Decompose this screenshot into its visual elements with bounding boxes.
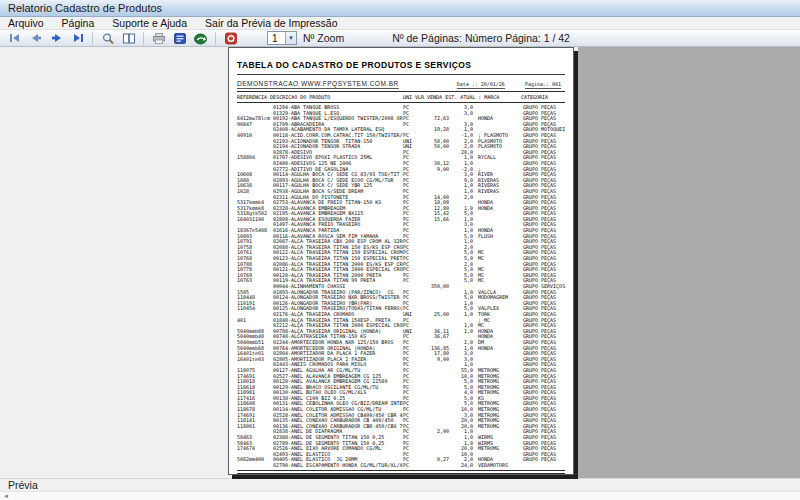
- pages-label: Nº de Páginas: Número Página: 1 / 42: [392, 32, 570, 44]
- divider: [237, 102, 565, 103]
- divider: [237, 74, 565, 75]
- horizontal-scrollbar[interactable]: ◄: [0, 491, 800, 500]
- report-end-line: [237, 470, 565, 474]
- toolbar-separator: [215, 32, 216, 45]
- print-icon: [152, 32, 166, 45]
- first-page-button[interactable]: [4, 31, 25, 46]
- print-preview-area: TABELA DO CADASTRO DE PRODUTOS E SERVIÇO…: [0, 47, 800, 478]
- toolbar-separator: [143, 32, 144, 45]
- divider: [237, 91, 565, 92]
- zoom-label: Nº Zoom: [303, 32, 344, 44]
- print-button[interactable]: [148, 31, 169, 46]
- menu-pagina[interactable]: Página: [62, 17, 95, 29]
- toolbar-separator: [92, 32, 93, 45]
- prev-page-icon: [29, 32, 43, 44]
- column-header-left: REFERENCIA DESCRICAO DO PRODUTO: [237, 94, 403, 100]
- last-page-button[interactable]: [67, 31, 88, 46]
- zoom-select[interactable]: 1 ▼: [267, 31, 297, 45]
- table-header: REFERENCIA DESCRICAO DO PRODUTO UNI VLR …: [237, 94, 565, 100]
- dropdown-arrow-icon[interactable]: ▼: [285, 32, 296, 44]
- report-title: TABELA DO CADASTRO DE PRODUTOS E SERVIÇO…: [237, 60, 565, 70]
- last-page-icon: [71, 32, 85, 44]
- menu-suporte-e-ajuda[interactable]: Suporte e Ajuda: [112, 17, 187, 29]
- two-page-view-icon: [122, 32, 136, 45]
- scroll-left-icon[interactable]: ◄: [0, 492, 12, 500]
- window-title: Relatorio Cadastro de Produtos: [8, 2, 162, 14]
- print-setup-button[interactable]: [169, 31, 190, 46]
- menu-bar: Arquivo Página Suporte e Ajuda Sair da P…: [0, 17, 800, 30]
- column-header-right: CATEGORIA: [521, 94, 565, 100]
- report-meta: DEMONSTRACAO WWW.FPQSYSTEM.COM.BR Data .…: [237, 80, 565, 89]
- next-page-button[interactable]: [46, 31, 67, 46]
- report-page: TABELA DO CADASTRO DE PRODUTOS E SERVIÇO…: [228, 47, 574, 475]
- export-button[interactable]: [190, 31, 211, 46]
- zoom-icon: [101, 32, 115, 45]
- report-date: Data .: 20/01/26: [457, 81, 505, 89]
- status-bar: Prévia: [0, 478, 800, 491]
- prev-page-button[interactable]: [25, 31, 46, 46]
- report-page-number: Pagina.: 001: [525, 81, 561, 89]
- status-text: Prévia: [8, 479, 38, 491]
- toolbar: 1 ▼ Nº Zoom Nº de Páginas: Número Página…: [0, 30, 800, 47]
- zoom-select-value: 1: [268, 33, 285, 44]
- report-company: DEMONSTRACAO WWW.FPQSYSTEM.COM.BR: [237, 80, 399, 89]
- table-row: 02790-ANEL ESCAPAMENTO HONDA CG/ML/TUR/X…: [237, 463, 565, 469]
- table-body: 01294-ABA TANQUE BROSSPC3,0GRUPO PEÇAS01…: [237, 105, 565, 469]
- two-page-view-button[interactable]: [118, 31, 139, 46]
- exit-preview-button[interactable]: [220, 31, 241, 46]
- column-header-mid: UNI VLR VENDA EST. ATUAL : MARCA: [403, 94, 521, 100]
- zoom-button[interactable]: [97, 31, 118, 46]
- window-titlebar: Relatorio Cadastro de Produtos: [0, 0, 800, 17]
- print-setup-icon: [173, 32, 187, 45]
- first-page-icon: [8, 32, 22, 44]
- next-page-icon: [50, 32, 64, 44]
- exit-preview-icon: [224, 32, 238, 45]
- export-icon: [193, 32, 208, 45]
- preview-background: [578, 47, 800, 478]
- menu-arquivo[interactable]: Arquivo: [8, 17, 44, 29]
- menu-sair-da-previa[interactable]: Sair da Prévia de Impressão: [205, 17, 337, 29]
